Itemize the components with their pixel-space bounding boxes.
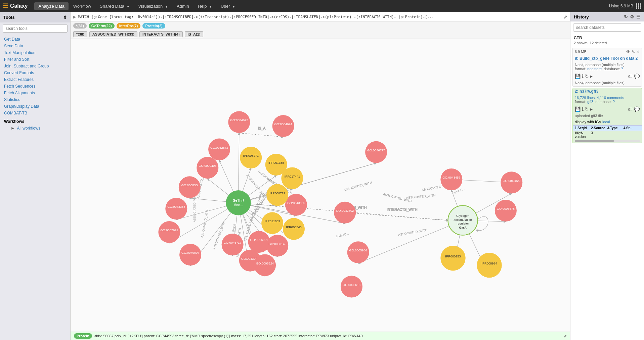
sidebar-item-get-data[interactable]: Get Data [0, 36, 70, 43]
node-go-0040007[interactable] [179, 244, 201, 265]
sidebar-content: Get Data Send Data Text Manipulation Fil… [0, 35, 70, 340]
filter-badge-goterm[interactable]: GoTerm(22) [89, 23, 115, 29]
sidebar-item-text-manipulation[interactable]: Text Manipulation [0, 49, 70, 56]
expand-query-button[interactable]: ⇗ [563, 14, 567, 19]
dataset-2-title[interactable]: 2: h37rv.gff3 [573, 88, 642, 95]
svg-text:IPR011009: IPR011009 [264, 220, 280, 223]
sidebar-item-combat-tb[interactable]: COMBAT-TB [0, 110, 70, 116]
svg-text:ASSOCIATED_WITH: ASSOCIATED_WITH [343, 181, 373, 192]
dataset-2-tag-icon[interactable]: 🏷 [628, 106, 633, 112]
sidebar-item-graph-display[interactable]: Graph/Display Data [0, 103, 70, 110]
sidebar-item-filter-sort[interactable]: Filter and Sort [0, 56, 70, 63]
node-go-0043457[interactable] [440, 168, 462, 190]
filter-badge-all31[interactable]: *(31) [73, 23, 87, 29]
svg-text:GO:0005986: GO:0005986 [349, 249, 367, 252]
node-ipr000253[interactable] [440, 246, 465, 271]
dataset-2-info-icon[interactable]: ℹ [582, 106, 584, 112]
node-go-0042802[interactable] [334, 202, 356, 224]
sidebar-item-statistics[interactable]: Statistics [0, 96, 70, 103]
dataset-2-comment-icon[interactable]: 💬 [634, 106, 640, 112]
sidebar-all-workflows[interactable]: ► All workflows [4, 125, 66, 131]
node-go-0005524[interactable] [254, 254, 276, 276]
node-ipr008984[interactable] [477, 253, 502, 278]
dataset-2-download-icon[interactable]: 💾 [575, 106, 581, 112]
search-tools-input[interactable] [3, 25, 68, 33]
nav-visualization[interactable]: Visualization ▼ [134, 2, 172, 10]
dataset-8-comment-icon[interactable]: 💬 [634, 74, 640, 79]
filter-badge-all38[interactable]: *(38) [73, 31, 87, 37]
search-datasets-input[interactable] [573, 23, 641, 32]
main-layout: Tools ⇧ Get Data Send Data Text Manipula… [0, 12, 644, 340]
dataset-8-title[interactable]: 8: Build_ctb_gene Tool on data 2 [573, 55, 642, 62]
dataset-2-db[interactable]: ? [613, 100, 615, 104]
nav-shared-data[interactable]: Shared Data ▼ [96, 2, 134, 10]
dataset-8-chart-icon[interactable]: ▸ [590, 74, 593, 79]
node-go-0016021[interactable] [248, 231, 270, 253]
node-ipr017441[interactable] [281, 167, 303, 189]
dataset-8-tag-icon[interactable]: 🏷 [628, 74, 633, 79]
nav-analyze-data[interactable]: Analyze Data [34, 2, 68, 10]
sidebar-item-fetch-sequences[interactable]: Fetch Sequences [0, 83, 70, 90]
nav-workflow[interactable]: Workflow [69, 2, 95, 10]
history-refresh-icon[interactable]: ↻ [624, 14, 628, 19]
igv-local-link[interactable]: local [602, 120, 610, 124]
node-go-0045717[interactable] [222, 234, 244, 255]
node-go-0046777[interactable] [365, 141, 387, 163]
filter-badge-interpro[interactable]: InterPro(7) [117, 23, 141, 29]
node-ipr000719[interactable] [266, 184, 288, 206]
svg-text:GO:0004672: GO:0004672 [230, 118, 248, 122]
nav-admin[interactable]: Admin [173, 2, 193, 10]
nav-user[interactable]: User ▼ [217, 2, 239, 10]
filter-badge-protein[interactable]: Protein(2) [142, 23, 165, 29]
history-settings-icon[interactable]: ⚙ [630, 14, 634, 19]
node-go-0043388[interactable] [165, 198, 187, 220]
node-go-00083b[interactable] [179, 176, 201, 198]
status-expand-button[interactable]: ⇗ [564, 334, 567, 338]
node-go-0052572[interactable] [208, 139, 230, 160]
graph-area[interactable]: IS_A INTERACTS_WITH INTERACTS_WITH [71, 39, 570, 332]
node-go-0045820[interactable] [501, 172, 522, 193]
node-go-0004672[interactable] [228, 111, 250, 133]
sidebar-item-fetch-alignments[interactable]: Fetch Alignments [0, 90, 70, 96]
node-go-0005986[interactable] [347, 241, 369, 263]
svg-text:GO:0046777: GO:0046777 [367, 149, 385, 152]
svg-text:IS_A: IS_A [258, 127, 266, 130]
dataset-8-db[interactable]: ? [621, 67, 623, 71]
dataset-8-info-icon[interactable]: ℹ [582, 74, 584, 79]
dataset-2-scrollbar[interactable] [575, 140, 640, 142]
sidebar-item-extract-features[interactable]: Extract Features [0, 76, 70, 83]
sidebar-item-send-data[interactable]: Send Data [0, 43, 70, 49]
dataset-8-delete-icon[interactable]: ✕ [636, 49, 640, 54]
node-ipr008271[interactable] [240, 147, 262, 168]
node-go-0043085[interactable] [285, 194, 307, 216]
svg-text:GO:0030145: GO:0030145 [268, 242, 286, 246]
node-go-0005618[interactable] [341, 276, 362, 298]
history-label: CTB [570, 34, 644, 41]
history-columns-icon[interactable]: ☰ [636, 14, 641, 19]
nav-help[interactable]: Help ▼ [194, 2, 216, 10]
sidebar-item-join-subtract[interactable]: Join, Subtract and Group [0, 63, 70, 69]
node-ipr011009[interactable] [261, 212, 283, 234]
filter-badge-interacts-with[interactable]: INTERACTS_WITH(4) [139, 31, 183, 37]
dataset-8-view-icon[interactable]: 👁 [626, 49, 630, 54]
sidebar-item-convert-formats[interactable]: Convert Formats [0, 69, 70, 76]
grid-icon[interactable] [636, 3, 641, 9]
dataset-2-rerun-icon[interactable]: ↻ [585, 106, 589, 112]
dataset-8-download-icon[interactable]: 💾 [575, 74, 581, 79]
filter-badge-is-a[interactable]: IS_A(1) [185, 31, 204, 37]
dataset-8-rerun-icon[interactable]: ↻ [585, 74, 589, 79]
svg-text:IPR008271: IPR008271 [243, 154, 258, 157]
node-ipr005543[interactable] [283, 218, 305, 240]
node-go-0032691[interactable] [158, 221, 180, 243]
node-go-0005578[interactable] [495, 200, 517, 222]
navbar: ☰ Galaxy Analyze Data Workflow Shared Da… [0, 0, 644, 12]
dataset-2-scrollbar-thumb [575, 140, 614, 142]
sidebar-upload-icon[interactable]: ⇧ [63, 15, 67, 20]
filter-badge-associated-with[interactable]: ASSOCIATED_WITH(33) [89, 31, 137, 37]
dataset-8-edit-icon[interactable]: ✎ [632, 49, 635, 54]
svg-text:Glycogen: Glycogen [456, 214, 469, 217]
node-go-0030145[interactable] [266, 235, 288, 257]
dataset-2-chart-icon[interactable]: ▸ [590, 106, 593, 112]
node-go-0009405[interactable] [197, 157, 218, 179]
node-go-0004674[interactable] [272, 115, 294, 137]
